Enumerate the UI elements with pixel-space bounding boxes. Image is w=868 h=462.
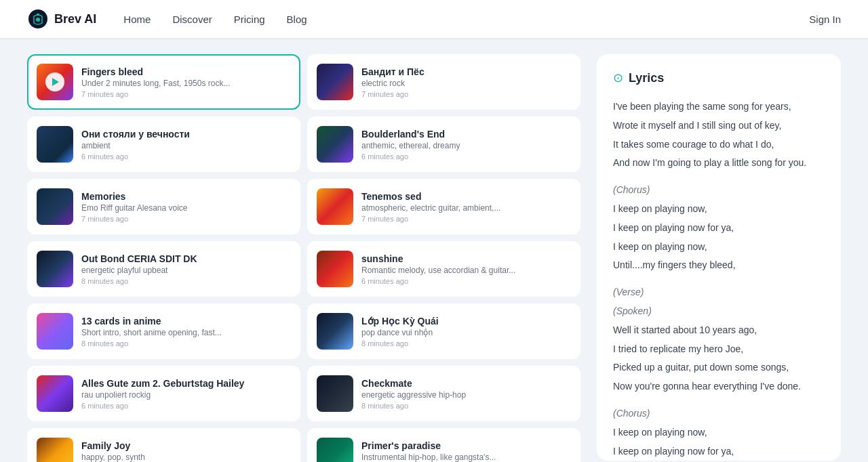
song-title-9: 13 cards in anime: [81, 316, 291, 327]
lyrics-line: Wrote it myself and I still sing out of …: [613, 118, 825, 134]
song-card-7[interactable]: Out Bond CERIA SDIT DK energetic playful…: [27, 241, 300, 297]
lyrics-title: Lyrics: [629, 71, 664, 85]
song-info-7: Out Bond CERIA SDIT DK energetic playful…: [81, 253, 291, 285]
song-card-8[interactable]: sunshine Romantic melody, use accordian …: [307, 241, 580, 297]
lyrics-label: (Chorus): [613, 406, 825, 422]
song-time-5: 7 minutes ago: [81, 215, 291, 223]
song-title-2: Бандит и Пёс: [361, 66, 571, 77]
song-time-2: 7 minutes ago: [361, 90, 571, 98]
song-desc-4: anthemic, ethereal, dreamy: [361, 141, 571, 150]
song-desc-9: Short intro, short anime opening, fast..…: [81, 328, 291, 337]
song-thumb-14: [317, 438, 353, 462]
song-info-4: Boulderland's End anthemic, ethereal, dr…: [361, 129, 571, 161]
song-card-2[interactable]: Бандит и Пёс electric rock 7 minutes ago: [307, 54, 580, 110]
nav-pricing[interactable]: Pricing: [234, 14, 265, 25]
lyrics-line: I tried to replicate my hero Joe,: [613, 341, 825, 358]
play-overlay: [37, 64, 73, 100]
logo[interactable]: Brev AI: [27, 8, 96, 30]
sign-in-button[interactable]: Sign In: [809, 14, 841, 25]
song-desc-12: energetic aggressive hip-hop: [361, 390, 571, 400]
song-time-11: 6 minutes ago: [81, 402, 291, 410]
song-card-12[interactable]: Checkmate energetic aggressive hip-hop 8…: [307, 366, 580, 421]
logo-icon: [27, 8, 49, 30]
song-card-11[interactable]: Alles Gute zum 2. Geburtstag Hailey rau …: [27, 366, 300, 421]
lyrics-line: I keep on playing now for ya,: [613, 444, 825, 460]
song-title-13: Family Joy: [81, 440, 291, 451]
song-desc-14: Instrumental hip-hop, like gangsta's...: [361, 453, 571, 462]
song-list: Fingers bleed Under 2 minutes long, Fast…: [27, 54, 580, 462]
lyrics-line: I keep on playing now,: [613, 201, 825, 217]
song-time-10: 8 minutes ago: [361, 339, 571, 348]
lyrics-stanza: (Chorus)I keep on playing now,I keep on …: [613, 406, 825, 461]
song-desc-5: Emo Riff guitar Alesana voice: [81, 203, 291, 213]
song-card-3[interactable]: Они стояли у вечности ambient 6 minutes …: [27, 117, 300, 172]
song-title-11: Alles Gute zum 2. Geburtstag Hailey: [81, 378, 291, 389]
song-card-9[interactable]: 13 cards in anime Short intro, short ani…: [27, 303, 300, 359]
lyrics-label: (Chorus): [613, 182, 825, 198]
song-info-11: Alles Gute zum 2. Geburtstag Hailey rau …: [81, 378, 291, 410]
song-thumb-9: [37, 313, 73, 350]
song-thumb-8: [317, 251, 353, 287]
song-thumb-7: [37, 251, 73, 287]
song-card-10[interactable]: Lớp Học Kỳ Quái pop dance vui nhộn 8 min…: [307, 303, 580, 359]
song-card-13[interactable]: Family Joy happy, pop, synth 7 minutes a…: [27, 428, 300, 462]
svg-rect-2: [37, 14, 39, 16]
song-thumb-2: [317, 64, 353, 100]
nav-discover[interactable]: Discover: [172, 14, 212, 25]
lyrics-stanza: (Verse)(Spoken)Well it started about 10 …: [613, 285, 825, 395]
song-info-6: Tenemos sed atmospheric, electric guitar…: [361, 191, 571, 223]
song-card-5[interactable]: Memories Emo Riff guitar Alesana voice 7…: [27, 179, 300, 234]
song-thumb-4: [317, 126, 353, 163]
lyrics-line: Now you're gonna hear everything I've do…: [613, 379, 825, 395]
lyrics-icon: ⊙: [613, 70, 623, 85]
song-thumb-10: [317, 313, 353, 350]
song-desc-2: electric rock: [361, 79, 571, 88]
lyrics-label: (Verse): [613, 285, 825, 301]
logo-text: Brev AI: [54, 12, 96, 26]
lyrics-line: I keep on playing now for ya,: [613, 220, 825, 236]
song-title-8: sunshine: [361, 253, 571, 264]
song-time-6: 7 minutes ago: [361, 215, 571, 223]
song-info-13: Family Joy happy, pop, synth 7 minutes a…: [81, 440, 291, 463]
song-thumb-11: [37, 375, 73, 412]
song-info-5: Memories Emo Riff guitar Alesana voice 7…: [81, 191, 291, 223]
song-time-7: 8 minutes ago: [81, 277, 291, 285]
song-card-14[interactable]: Primer's paradise Instrumental hip-hop, …: [307, 428, 580, 462]
song-card-6[interactable]: Tenemos sed atmospheric, electric guitar…: [307, 179, 580, 234]
song-title-5: Memories: [81, 191, 291, 202]
nav-home[interactable]: Home: [123, 14, 151, 25]
lyrics-text: I've been playing the same song for year…: [613, 99, 825, 461]
song-time-3: 6 minutes ago: [81, 152, 291, 161]
lyrics-header: ⊙ Lyrics: [613, 70, 825, 85]
lyrics-panel: ⊙ Lyrics I've been playing the same song…: [597, 54, 841, 461]
song-title-6: Tenemos sed: [361, 191, 571, 202]
lyrics-stanza: (Chorus)I keep on playing now,I keep on …: [613, 182, 825, 274]
song-time-12: 8 minutes ago: [361, 402, 571, 410]
song-card-1[interactable]: Fingers bleed Under 2 minutes long, Fast…: [27, 54, 300, 110]
play-button-1[interactable]: [45, 72, 64, 91]
song-time-9: 8 minutes ago: [81, 339, 291, 348]
song-title-3: Они стояли у вечности: [81, 129, 291, 140]
song-desc-13: happy, pop, synth: [81, 453, 291, 462]
song-info-3: Они стояли у вечности ambient 6 minutes …: [81, 129, 291, 161]
song-title-10: Lớp Học Kỳ Quái: [361, 316, 571, 327]
song-desc-8: Romantic melody, use accordian & guitar.…: [361, 266, 571, 275]
header: Brev AI Home Discover Pricing Blog Sign …: [0, 0, 868, 38]
lyrics-stanza: I've been playing the same song for year…: [613, 99, 825, 171]
lyrics-line: Until....my fingers they bleed,: [613, 257, 825, 274]
lyrics-line: I've been playing the same song for year…: [613, 99, 825, 115]
song-card-4[interactable]: Boulderland's End anthemic, ethereal, dr…: [307, 117, 580, 172]
song-thumb-13: [37, 438, 73, 462]
song-info-8: sunshine Romantic melody, use accordian …: [361, 253, 571, 285]
lyrics-line: Picked up a guitar, put down some songs,: [613, 360, 825, 376]
song-title-12: Checkmate: [361, 378, 571, 389]
song-time-4: 6 minutes ago: [361, 152, 571, 161]
nav-blog[interactable]: Blog: [287, 14, 307, 25]
song-info-1: Fingers bleed Under 2 minutes long, Fast…: [81, 66, 291, 98]
song-title-4: Boulderland's End: [361, 129, 571, 140]
main-content: Fingers bleed Under 2 minutes long, Fast…: [0, 38, 868, 462]
song-desc-11: rau unpoliert rockig: [81, 390, 291, 400]
lyrics-line: I keep on playing now,: [613, 239, 825, 255]
song-title-1: Fingers bleed: [81, 66, 291, 77]
song-desc-10: pop dance vui nhộn: [361, 328, 571, 337]
